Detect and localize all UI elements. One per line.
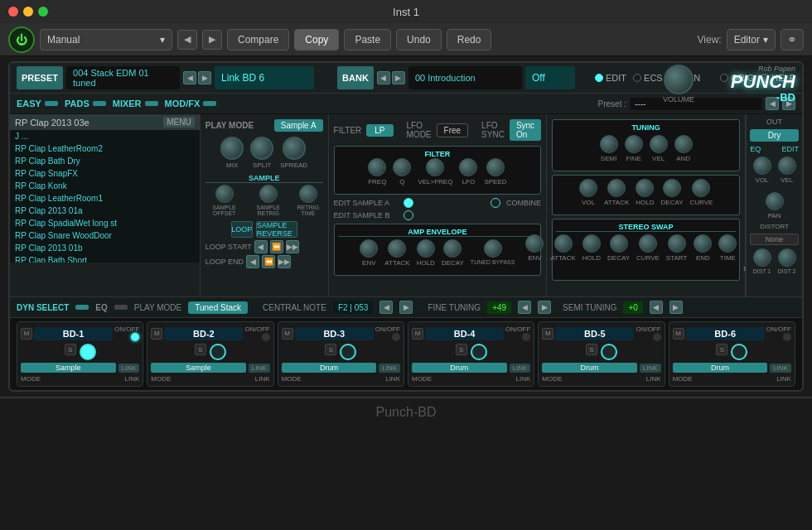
sample-list-item[interactable]: J ... xyxy=(10,130,200,142)
radio-edit[interactable]: EDIT xyxy=(595,73,626,83)
sample-menu-button[interactable]: MENU xyxy=(163,117,194,128)
bd-s-button[interactable]: S xyxy=(195,344,206,355)
semi-prev-arrow[interactable]: ◀ xyxy=(650,301,663,314)
bd-link-button[interactable]: LINK xyxy=(770,364,791,373)
bank-prev-arrow[interactable]: ◀ xyxy=(377,71,390,84)
sw-end-knob[interactable] xyxy=(694,234,712,253)
undo-button[interactable]: Undo xyxy=(396,29,442,51)
edit-sample-a-toggle[interactable] xyxy=(404,198,413,208)
mix-knob[interactable] xyxy=(220,137,244,160)
semi-knob[interactable] xyxy=(600,135,618,153)
preset-prev-arrow[interactable]: ◀ xyxy=(183,71,196,84)
loop-start-next[interactable]: ▶▶ xyxy=(286,240,299,253)
amp-decay-knob[interactable] xyxy=(443,239,462,258)
bd-toggle[interactable] xyxy=(210,344,226,360)
sw-curve-knob[interactable] xyxy=(639,234,657,253)
bd-s-button[interactable]: S xyxy=(65,344,76,355)
bd-m-button[interactable]: M xyxy=(21,328,32,340)
loop-end-prev[interactable]: ◀ xyxy=(246,255,259,268)
dry-button[interactable]: Dry xyxy=(750,129,799,142)
bd-link-button[interactable]: LINK xyxy=(640,364,661,373)
bank-name-field[interactable]: Off xyxy=(525,66,575,89)
sample-a-button[interactable]: Sample A xyxy=(274,119,323,132)
view-dropdown[interactable]: Editor ▾ xyxy=(727,29,776,51)
power-button[interactable]: ⏻ xyxy=(8,26,35,53)
sample-list-item[interactable]: RP Clap Konk xyxy=(10,180,200,192)
spread-knob[interactable] xyxy=(283,137,306,160)
bd-s-button[interactable]: S xyxy=(716,344,727,355)
preset-name-field[interactable]: Link BD 6 xyxy=(215,66,314,89)
bd-toggle[interactable] xyxy=(601,344,617,360)
filter-mode-button[interactable]: LP xyxy=(366,124,393,137)
bd-link-button[interactable]: LINK xyxy=(249,364,270,373)
vel-freq-knob[interactable] xyxy=(426,158,444,176)
sw-start-knob[interactable] xyxy=(668,234,686,253)
semi-next-arrow[interactable]: ▶ xyxy=(669,301,683,314)
fine-tuning-value[interactable]: +49 xyxy=(487,301,511,314)
minimize-button[interactable] xyxy=(23,7,33,17)
sample-list-item[interactable]: RP Clap Bath Short xyxy=(10,254,200,263)
bd-mode-button[interactable]: Sample xyxy=(21,363,116,373)
tab-modfx[interactable]: MOD/FX xyxy=(165,99,217,108)
right-vol-knob[interactable] xyxy=(753,157,771,175)
lfo-knob[interactable] xyxy=(459,158,477,176)
vol-decay-knob[interactable] xyxy=(663,179,681,197)
nav-next-button[interactable]: ▶ xyxy=(202,30,222,50)
sample-list-item[interactable]: RP Clap 2013 01b xyxy=(10,242,200,254)
loop-end-rewind[interactable]: ⏪ xyxy=(262,255,275,268)
fine-next-arrow[interactable]: ▶ xyxy=(538,301,551,314)
right-vel-knob[interactable] xyxy=(778,157,796,175)
link-button[interactable]: ⚭ xyxy=(781,29,804,51)
sample-retrig-knob[interactable] xyxy=(259,185,278,203)
sw-decay-knob[interactable] xyxy=(610,234,628,253)
bd-m-button[interactable]: M xyxy=(673,328,684,340)
sample-list-item[interactable]: RP Clap Bath Dry xyxy=(10,155,200,167)
nav-prev-button[interactable]: ◀ xyxy=(177,30,197,50)
maximize-button[interactable] xyxy=(38,7,48,17)
close-button[interactable] xyxy=(8,7,18,17)
split-knob[interactable] xyxy=(250,137,273,160)
bd-mode-button[interactable]: Drum xyxy=(542,363,637,373)
bd-mode-button[interactable]: Drum xyxy=(673,363,768,373)
compare-button[interactable]: Compare xyxy=(227,29,289,51)
paste-button[interactable]: Paste xyxy=(344,29,391,51)
retrig-time-knob[interactable] xyxy=(299,185,317,203)
copy-button[interactable]: Copy xyxy=(294,29,339,51)
speed-knob[interactable] xyxy=(486,158,505,176)
volume-knob[interactable] xyxy=(664,65,694,94)
amp-env-knob[interactable] xyxy=(360,239,378,258)
radio-ecs[interactable]: ECS xyxy=(633,73,663,83)
vol-attack-knob[interactable] xyxy=(607,179,626,197)
tab-pads[interactable]: PADS xyxy=(65,99,106,108)
vol-env-knob[interactable] xyxy=(579,179,597,197)
sw-hold-knob[interactable] xyxy=(582,234,601,253)
amp-attack-knob[interactable] xyxy=(388,239,406,258)
preset-next-arrow[interactable]: ▶ xyxy=(198,71,211,84)
q-knob[interactable] xyxy=(393,158,411,176)
vol-curve-knob[interactable] xyxy=(692,179,710,197)
lfo-sync-button[interactable]: Sync On xyxy=(510,119,541,141)
bank-next-arrow[interactable]: ▶ xyxy=(392,71,405,84)
bd-toggle[interactable] xyxy=(731,344,747,360)
bd-toggle[interactable] xyxy=(340,344,356,360)
amp-hold-knob[interactable] xyxy=(417,239,435,258)
bd-m-button[interactable]: M xyxy=(542,328,553,340)
note-next-arrow[interactable]: ▶ xyxy=(399,301,413,314)
semi-tuning-value[interactable]: +0 xyxy=(623,301,642,314)
tuned-stack-button[interactable]: Tuned Stack xyxy=(188,301,248,314)
sample-offset-knob[interactable] xyxy=(215,185,234,203)
bd-toggle[interactable] xyxy=(471,344,487,360)
tab-mixer[interactable]: MIXER xyxy=(113,99,158,108)
sample-list-item[interactable]: RP Clap Snare WoodDoor xyxy=(10,229,200,242)
bd-link-button[interactable]: LINK xyxy=(379,364,400,373)
vel-tuning-knob[interactable] xyxy=(650,135,668,153)
fine-prev-arrow[interactable]: ◀ xyxy=(518,301,531,314)
loop-start-rewind[interactable]: ⏪ xyxy=(270,240,283,253)
sample-list-item[interactable]: RP Clap SpadialWet long st xyxy=(10,217,200,229)
central-note-value[interactable]: F2 | 053 xyxy=(333,301,374,314)
redo-button[interactable]: Redo xyxy=(447,29,492,51)
bd-link-button[interactable]: LINK xyxy=(118,364,140,373)
loop-button[interactable]: LOOP xyxy=(231,221,253,238)
bd-mode-button[interactable]: Drum xyxy=(412,363,507,373)
sw-attack-knob[interactable] xyxy=(554,234,573,253)
